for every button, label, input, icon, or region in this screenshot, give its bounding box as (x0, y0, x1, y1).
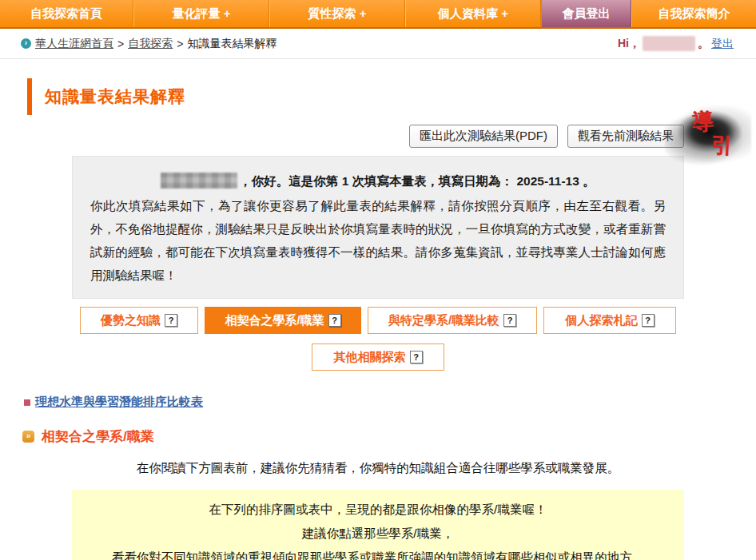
notice-line: 建議你點選那些學系/職業， (83, 522, 673, 546)
nav-item-personal-database[interactable]: 個人資料庫 + (405, 0, 541, 27)
nav-item-member-logout[interactable]: 會員登出 (541, 0, 631, 27)
tab-label: 與特定學系/職業比較 (388, 313, 499, 328)
intro-box: ，你好。這是你第 1 次填寫本量表，填寫日期為： 2025-11-13 。 你此… (72, 156, 684, 299)
notice-line: 在下列的排序圖或表中，呈現的都是跟你相像的學系/職業喔！ (83, 498, 673, 522)
toolbar: 匯出此次測驗結果(PDF) 觀看先前測驗結果 (0, 125, 684, 148)
tab-label: 優勢之知識 (101, 313, 161, 328)
main-content: 導 引 知識量表結果解釋 匯出此次測驗結果(PDF) 觀看先前測驗結果 ，你好。… (0, 59, 756, 560)
nav-item-self-exploration-intro[interactable]: 自我探索簡介 (631, 0, 756, 27)
tab-label: 相契合之學系/職業 (225, 313, 324, 328)
greeting-suffix: 。 (698, 37, 709, 51)
notice-box: 在下列的排序圖或表中，呈現的都是跟你相像的學系/職業喔！ 建議你點選那些學系/職… (72, 490, 684, 560)
hint-text: 在你閱讀下方圖表前，建議你先猜猜看，你獨特的知識組合適合往哪些學系或職業發展。 (0, 460, 756, 477)
help-icon[interactable]: ? (642, 314, 655, 327)
page-title-row: 知識量表結果解釋 (27, 78, 756, 115)
section-title: 相契合之學系/職業 (42, 427, 154, 446)
tab-personal-exploration-notes[interactable]: 個人探索札記 ? (543, 307, 676, 334)
breadcrumb-link-self-exploration[interactable]: 自我探索 (128, 37, 173, 51)
compare-table-link[interactable]: 理想水準與學習潛能排序比較表 (35, 395, 203, 410)
extra-tab-row: 其他相關探索 ? (0, 344, 756, 371)
breadcrumb: › 華人生涯網首頁 > 自我探索 > 知識量表結果解釋 (21, 37, 277, 51)
intro-greeting-text: ，你好。這是你第 1 次填寫本量表，填寫日期為： 2025-11-13 。 (239, 174, 595, 188)
export-pdf-button[interactable]: 匯出此次測驗結果(PDF) (409, 125, 558, 148)
intro-paragraph: 你此次填寫結果如下，為了讓你更容易了解此量表的結果解釋，請你按照分頁順序，由左至… (90, 194, 666, 287)
help-icon[interactable]: ? (328, 314, 341, 327)
tab-label: 其他相關探索 (334, 350, 406, 365)
intro-greeting-line: ，你好。這是你第 1 次填寫本量表，填寫日期為： 2025-11-13 。 (90, 169, 666, 193)
breadcrumb-bar: › 華人生涯網首頁 > 自我探索 > 知識量表結果解釋 Hi， 。 登出 (0, 29, 756, 59)
bullet-square-icon (24, 399, 30, 406)
help-icon[interactable]: ? (410, 351, 423, 363)
section-heading-row: » 相契合之學系/職業 (22, 427, 756, 446)
page-title: 知識量表結果解釋 (45, 85, 185, 108)
nav-item-qualitative-exploration[interactable]: 質性探索 + (269, 0, 405, 27)
top-nav: 自我探索首頁 量化評量 + 質性探索 + 個人資料庫 + 會員登出 自我探索簡介 (0, 0, 756, 29)
redacted-username (643, 36, 695, 51)
view-previous-results-button[interactable]: 觀看先前測驗結果 (567, 125, 684, 148)
title-accent-bar (27, 78, 32, 115)
breadcrumb-separator: > (117, 38, 124, 50)
section-marker-icon: » (22, 431, 34, 443)
notice-line: 看看你對不同知識領域的重視傾向跟那些學系或職業所強調的知識領域有哪些相似或相異的… (83, 546, 673, 560)
compare-link-row: 理想水準與學習潛能排序比較表 (24, 395, 756, 410)
tab-strength-knowledge[interactable]: 優勢之知識 ? (80, 307, 198, 334)
user-greeting: Hi， 。 登出 (618, 36, 734, 51)
tab-label: 個人探索札記 (566, 313, 638, 328)
nav-item-quantitative-assessment[interactable]: 量化評量 + (133, 0, 269, 27)
breadcrumb-link-home[interactable]: 華人生涯網首頁 (35, 37, 113, 51)
redacted-username (161, 173, 237, 189)
logout-link[interactable]: 登出 (711, 37, 734, 51)
greeting-prefix: Hi， (618, 37, 640, 51)
help-icon[interactable]: ? (503, 314, 516, 327)
stamp-char-2: 引 (710, 130, 734, 160)
breadcrumb-separator: > (177, 38, 183, 50)
result-tabs: 優勢之知識 ? 相契合之學系/職業 ? 與特定學系/職業比較 ? 個人探索札記 … (80, 307, 676, 334)
help-icon[interactable]: ? (165, 314, 177, 327)
tab-matching-majors-occupations[interactable]: 相契合之學系/職業 ? (205, 307, 361, 334)
tab-other-related-exploration[interactable]: 其他相關探索 ? (312, 344, 444, 371)
tab-compare-specific-majors[interactable]: 與特定學系/職業比較 ? (368, 307, 537, 334)
breadcrumb-current-page: 知識量表結果解釋 (187, 37, 277, 51)
breadcrumb-arrow-icon: › (21, 38, 31, 49)
nav-item-self-exploration-home[interactable]: 自我探索首頁 (0, 0, 133, 27)
